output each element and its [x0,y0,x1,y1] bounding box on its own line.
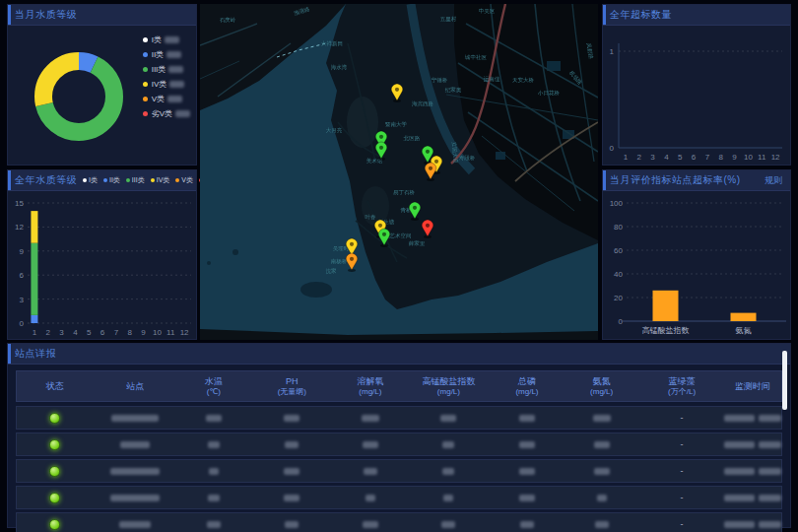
table-row[interactable]: - [16,459,782,483]
table-scrollbar[interactable] [782,351,787,410]
table-row[interactable]: - [16,432,782,456]
table-cell [250,521,334,528]
svg-text:60: 60 [614,246,623,255]
redacted-value [285,441,299,448]
stacked-bar-III类 [31,243,37,315]
legend-item[interactable]: II类 [103,175,120,185]
redacted-value [364,468,377,475]
legend-item[interactable]: I类 [83,175,98,185]
table-row[interactable]: - [16,406,782,430]
table-row[interactable]: - [16,486,782,509]
table-cell [724,441,781,448]
status-ok-icon [49,439,60,450]
table-cell [94,415,177,422]
redacted-value [594,441,610,448]
legend-dot-icon [83,178,87,182]
table-cell [17,466,94,477]
table-cell [334,415,407,422]
algae-value: - [681,466,684,476]
table-cell [564,495,640,501]
table-cell [491,415,564,422]
legend-item[interactable]: V类 [175,175,193,185]
legend-item[interactable]: IV类 [143,77,190,92]
legend-item[interactable]: III类 [126,175,145,185]
city-map[interactable]: 石庆岭渔港路大祥新田海水湾五星村中吴区城中社区运南佳天安大桥小日花桥机场路凤都路… [200,4,598,340]
panel-title: 当月评价指标站点超标率(%) [610,173,741,187]
column-header-10: 监测时间 [724,381,781,392]
svg-text:10: 10 [153,328,162,337]
redacted-value [443,495,453,501]
svg-text:9: 9 [732,153,737,162]
redacted-value [166,51,181,58]
svg-text:6: 6 [100,328,105,337]
svg-text:8: 8 [719,153,724,162]
redacted-value [111,415,159,422]
column-header-8: 氨氮(mg/L) [564,376,640,397]
legend-item[interactable]: I类 [143,33,190,47]
column-header-9: 蓝绿藻(万个/L) [639,376,723,397]
panel-annual-exceed: 全年超标数量 10123456789101112 [602,4,791,166]
redacted-value [759,521,781,528]
legend-item[interactable]: IV类 [151,175,170,185]
panel-station-table: 站点详报 状态站点水温(℃)PH(无量纲)溶解氧(mg/L)高锰酸盐指数(mg/… [7,343,791,528]
redacted-value [165,36,179,43]
svg-text:0: 0 [610,144,615,153]
column-unit: (万个/L) [668,387,696,397]
svg-text:11: 11 [758,153,766,162]
column-label: 氨氮 [593,376,611,387]
legend-item[interactable]: III类 [143,62,190,77]
redacted-value [284,415,299,422]
legend-item[interactable]: II类 [143,47,190,62]
legend-label: V类 [181,175,193,185]
table-row[interactable]: - [16,512,782,532]
redacted-value [440,415,456,422]
map-label: 南杨桥 [331,258,348,265]
table-cell [94,468,177,475]
map-label: 叶春 [366,214,377,220]
redacted-value [167,96,182,102]
status-ok-icon [49,519,60,530]
redacted-value [519,468,535,475]
redacted-value [442,468,454,475]
rule-link[interactable]: 规则 [765,174,782,187]
table-cell [17,493,94,503]
column-header-7: 总磷(mg/L) [491,376,564,397]
legend-dot-icon [126,178,130,182]
table-cell [334,521,407,528]
panel-annual-quality: 全年水质等级 I类II类III类IV类V类劣V类 036912151234567… [7,169,197,340]
legend-dot-icon [143,82,148,87]
table-cell [334,495,407,501]
svg-text:6: 6 [20,271,25,280]
table-cell [407,415,491,422]
redacted-value [206,415,222,422]
map-label: 海滨西路 [412,100,434,107]
svg-text:4: 4 [664,153,669,162]
redacted-value [593,415,611,422]
table-cell [724,495,781,501]
table-header-row: 状态站点水温(℃)PH(无量纲)溶解氧(mg/L)高锰酸盐指数(mg/L)总磷(… [16,370,782,402]
column-unit: (mg/L) [515,387,538,397]
redacted-value [724,521,755,528]
panel-header: 全年水质等级 I类II类III类IV类V类劣V类 [8,170,196,191]
column-header-2: 站点 [94,381,177,392]
table-cell [250,415,334,422]
map-panel[interactable]: 石庆岭渔港路大祥新田海水湾五星村中吴区城中社区运南佳天安大桥小日花桥机场路凤都路… [200,4,598,340]
header-accent-bar [603,170,606,190]
legend-item[interactable]: V类 [143,92,190,106]
rate-bar-高锰酸盐指数 [653,291,679,321]
column-label: 监测时间 [735,381,770,392]
map-label: 中吴区 [479,8,496,14]
svg-text:0: 0 [20,319,25,328]
map-label: 暨南大学 [385,121,408,127]
status-ok-icon [49,493,60,503]
redacted-value [442,441,454,448]
column-label: 蓝绿藻 [669,376,696,387]
status-ok-icon [49,466,60,477]
header-accent-bar [8,5,11,25]
legend-item[interactable]: 劣V类 [143,106,190,121]
redacted-value [284,495,299,501]
panel-header: 站点详报 [8,344,790,365]
rate-bar-氨氮 [731,313,757,321]
table-cell [17,439,94,450]
table-cell [250,468,334,475]
